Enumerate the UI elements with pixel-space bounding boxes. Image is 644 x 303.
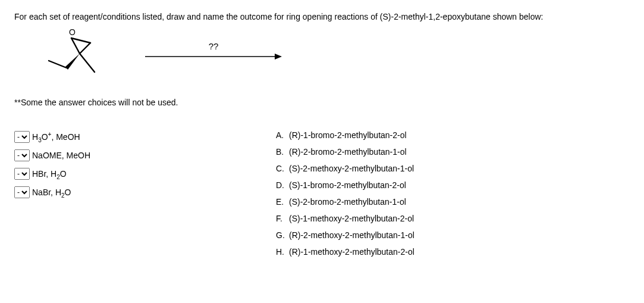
reagent-label-1: H3O+, MeOH [32,132,80,142]
answer-text: (R)-1-methoxy-2-methylbutan-2-ol [289,248,414,256]
svg-marker-7 [275,54,282,60]
answer-letter: D. [276,181,285,189]
epoxide-structure: O [38,27,109,87]
answer-letter: F. [276,214,285,223]
answer-text: (R)-1-bromo-2-methylbutan-2-ol [289,131,407,139]
answer-text: (S)-1-methoxy-2-methylbutan-2-ol [289,214,414,223]
answer-text: (S)-2-methoxy-2-methylbutan-1-ol [289,164,414,173]
reagent-select-1[interactable]: - [14,131,30,143]
reaction-diagram: O ?? [38,27,630,87]
svg-line-5 [49,61,67,68]
reagent-row-3: - HBr, H2O [14,168,169,180]
svg-line-3 [80,54,95,72]
reaction-arrow-group: ?? [145,52,282,63]
svg-marker-4 [65,54,80,70]
answer-letter: B. [276,148,285,156]
answer-text: (S)-1-bromo-2-methylbutan-2-ol [289,181,406,189]
reagent-select-3[interactable]: - [14,168,30,180]
answer-d: D. (S)-1-bromo-2-methylbutan-2-ol [276,181,414,189]
question-text: For each set of reagent/conditions liste… [14,12,630,21]
answer-letter: A. [276,131,285,139]
answer-text: (R)-2-bromo-2-methylbutan-1-ol [289,148,407,156]
answer-g: G. (R)-2-methoxy-2-methylbutan-1-ol [276,231,414,239]
answer-letter: E. [276,198,285,206]
reagent-row-2: - NaOME, MeOH [14,149,169,161]
answer-e: E. (S)-2-bromo-2-methylbutan-1-ol [276,198,414,206]
arrow-label: ?? [209,41,219,51]
answer-text: (S)-2-bromo-2-methylbutan-1-ol [289,198,406,206]
reagent-label-4: NaBr, H2O [32,188,71,197]
reaction-arrow-icon [145,52,282,61]
oxygen-label: O [69,27,76,37]
answer-letter: C. [276,164,285,173]
answer-c: C. (S)-2-methoxy-2-methylbutan-1-ol [276,164,414,173]
answer-a: A. (R)-1-bromo-2-methylbutan-2-ol [276,131,414,139]
reagent-row-1: - H3O+, MeOH [14,131,169,143]
reagent-row-4: - NaBr, H2O [14,186,169,198]
answer-letter: H. [276,248,285,256]
reagent-column: - H3O+, MeOH - NaOME, MeOH - HBr, H2O - … [14,131,169,264]
reagent-select-4[interactable]: - [14,186,30,198]
svg-line-0 [80,43,90,54]
note-text: **Some the answer choices will not be us… [14,98,630,107]
answer-text: (R)-2-methoxy-2-methylbutan-1-ol [289,231,414,239]
answer-letter: G. [276,231,285,239]
reagent-label-2: NaOME, MeOH [32,151,90,160]
answer-b: B. (R)-2-bromo-2-methylbutan-1-ol [276,148,414,156]
answer-choices: A. (R)-1-bromo-2-methylbutan-2-ol B. (R)… [276,131,414,264]
reagent-select-2[interactable]: - [14,149,30,161]
answer-f: F. (S)-1-methoxy-2-methylbutan-2-ol [276,214,414,223]
reagent-label-3: HBr, H2O [32,169,67,179]
answer-h: H. (R)-1-methoxy-2-methylbutan-2-ol [276,248,414,256]
